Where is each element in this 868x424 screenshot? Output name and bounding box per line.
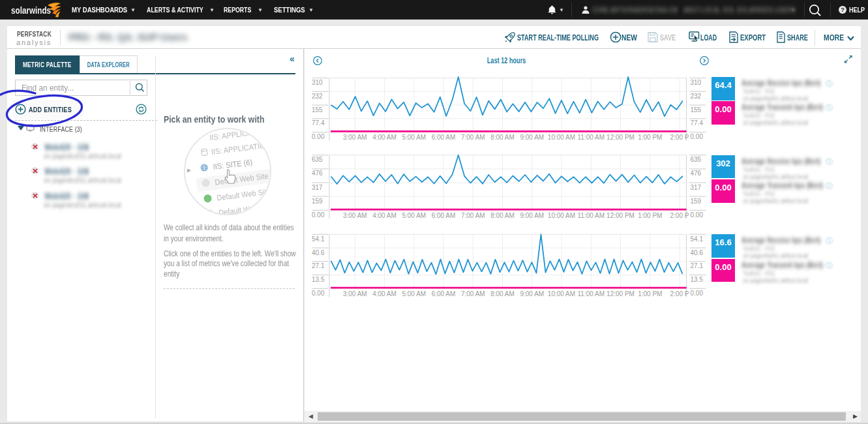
- svg-text:5:00 AM: 5:00 AM: [402, 212, 426, 219]
- svg-text:8:00 AM: 8:00 AM: [490, 134, 515, 141]
- svg-text:7:00 AM: 7:00 AM: [461, 290, 485, 297]
- svg-text:5:00 AM: 5:00 AM: [402, 290, 426, 297]
- svg-text:232: 232: [312, 93, 323, 100]
- svg-text:2:00 P: 2:00 P: [670, 134, 689, 141]
- svg-text:0.00: 0.00: [691, 290, 704, 297]
- svg-text:27.1: 27.1: [312, 262, 325, 269]
- svg-text:232: 232: [691, 93, 702, 100]
- svg-text:7:00 AM: 7:00 AM: [461, 134, 485, 141]
- svg-text:3:00 AM: 3:00 AM: [343, 212, 367, 219]
- svg-text:1:00 PM: 1:00 PM: [638, 212, 662, 219]
- svg-text:3:00 AM: 3:00 AM: [343, 290, 367, 297]
- svg-text:8:00 AM: 8:00 AM: [490, 212, 515, 219]
- svg-text:2:00 P: 2:00 P: [670, 290, 689, 297]
- svg-text:0.00: 0.00: [312, 290, 325, 297]
- svg-text:27.1: 27.1: [691, 262, 704, 269]
- svg-text:476: 476: [312, 170, 323, 177]
- svg-text:0.00: 0.00: [691, 211, 704, 219]
- svg-text:10:00 AM: 10:00 AM: [548, 290, 575, 297]
- svg-text:310: 310: [691, 79, 702, 86]
- svg-text:317: 317: [312, 184, 323, 191]
- svg-text:12:00 PM: 12:00 PM: [606, 212, 635, 219]
- svg-text:9:00 AM: 9:00 AM: [520, 134, 544, 141]
- svg-text:0.00: 0.00: [691, 133, 704, 140]
- svg-text:13.5: 13.5: [691, 276, 704, 283]
- svg-text:635: 635: [312, 156, 323, 163]
- svg-text:4:00 AM: 4:00 AM: [372, 290, 397, 297]
- svg-text:159: 159: [312, 198, 323, 205]
- svg-text:1:00 PM: 1:00 PM: [638, 134, 662, 141]
- svg-text:40.6: 40.6: [312, 249, 325, 256]
- svg-text:40.6: 40.6: [691, 249, 704, 256]
- svg-text:4:00 AM: 4:00 AM: [372, 212, 397, 219]
- svg-text:12:00 PM: 12:00 PM: [606, 290, 635, 297]
- svg-text:7:00 AM: 7:00 AM: [461, 212, 485, 219]
- svg-text:0.00: 0.00: [312, 211, 325, 219]
- svg-text:10:00 AM: 10:00 AM: [548, 134, 575, 141]
- svg-text:11:00 AM: 11:00 AM: [578, 134, 605, 141]
- svg-text:6:00 AM: 6:00 AM: [432, 212, 456, 219]
- svg-text:476: 476: [691, 170, 702, 177]
- svg-text:9:00 AM: 9:00 AM: [520, 212, 544, 219]
- svg-text:11:00 AM: 11:00 AM: [578, 290, 605, 297]
- svg-text:2:00 P: 2:00 P: [670, 212, 689, 219]
- svg-text:310: 310: [312, 79, 323, 86]
- svg-text:54.1: 54.1: [312, 235, 325, 243]
- svg-text:6:00 AM: 6:00 AM: [432, 134, 456, 141]
- svg-text:635: 635: [691, 156, 702, 163]
- svg-text:155: 155: [312, 106, 323, 114]
- svg-text:54.1: 54.1: [691, 235, 704, 243]
- svg-text:77.4: 77.4: [312, 119, 325, 127]
- svg-text:1:00 PM: 1:00 PM: [638, 290, 662, 297]
- svg-text:9:00 AM: 9:00 AM: [520, 290, 544, 297]
- svg-text:4:00 AM: 4:00 AM: [372, 134, 397, 141]
- svg-text:77.4: 77.4: [691, 119, 704, 127]
- svg-text:5:00 AM: 5:00 AM: [402, 134, 426, 141]
- svg-text:13.5: 13.5: [312, 276, 325, 283]
- svg-text:12:00 PM: 12:00 PM: [606, 134, 635, 141]
- svg-text:3:00 AM: 3:00 AM: [343, 134, 367, 141]
- svg-text:0.00: 0.00: [312, 133, 325, 140]
- svg-text:10:00 AM: 10:00 AM: [548, 212, 575, 219]
- svg-text:317: 317: [691, 184, 702, 191]
- svg-text:8:00 AM: 8:00 AM: [490, 290, 515, 297]
- svg-text:155: 155: [691, 106, 702, 114]
- svg-text:6:00 AM: 6:00 AM: [432, 290, 456, 297]
- svg-text:159: 159: [691, 198, 702, 205]
- svg-text:11:00 AM: 11:00 AM: [578, 212, 605, 219]
